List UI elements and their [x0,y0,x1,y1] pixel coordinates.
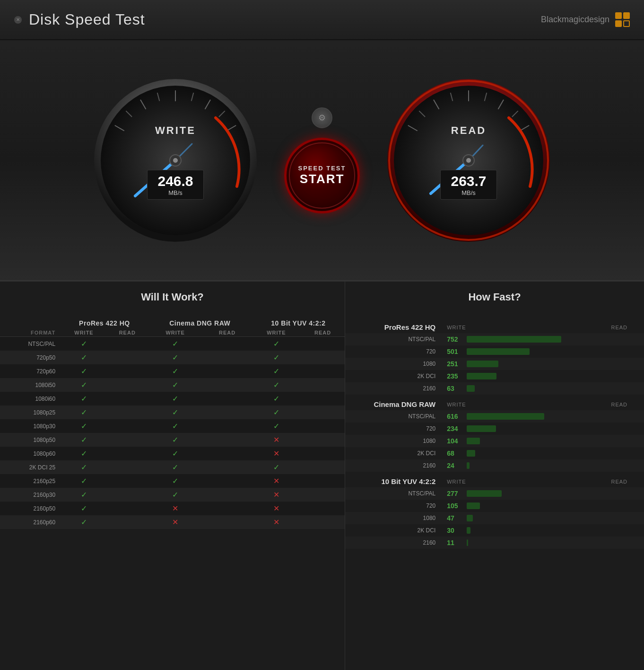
read-value [606,435,644,447]
list-item: 2K DCI 30 [345,524,644,537]
status-cell [107,515,148,529]
check-icon: ✓ [172,436,178,444]
status-cell: ✓ [148,406,203,419]
close-button[interactable]: ✕ [14,16,22,24]
speed-value: 68 [442,447,606,459]
status-cell [301,460,345,474]
check-icon: ✓ [273,340,279,348]
status-cell: ✓ [252,351,301,364]
read-value [606,487,644,500]
write-col-header: WRITE [442,472,606,487]
speed-bar [467,462,470,469]
will-it-work-table: ProRes 422 HQ Cinema DNG RAW 10 Bit YUV … [0,317,345,529]
format-subheader: FORMAT [0,329,61,337]
group-title: 10 Bit YUV 4:2:2 [345,472,442,487]
format-label: 720p60 [0,364,61,378]
check-icon: ✓ [172,340,178,348]
list-item: 2K DCI 68 [345,447,644,459]
status-cell [107,447,148,460]
status-cell [301,474,345,488]
status-cell [203,364,252,378]
speed-value: 501 [442,345,606,358]
status-cell [107,474,148,488]
table-row: 2160p60✓✕✕ [0,515,345,529]
write-value: 104 [447,437,465,445]
read-value [606,358,644,370]
status-cell [301,392,345,406]
list-item: NTSC/PAL 277 [345,487,644,500]
status-cell [107,378,148,392]
how-fast-table: ProRes 422 HQWRITEREADNTSC/PAL 752 720 5… [345,317,644,549]
status-cell [301,406,345,419]
status-cell: ✓ [61,474,107,488]
speed-label: 2K DCI [345,370,442,382]
status-cell [203,474,252,488]
start-button[interactable]: SPEED TEST START [284,138,360,213]
check-icon: ✓ [273,353,279,361]
check-icon: ✓ [81,367,87,375]
read-value [606,459,644,472]
check-icon: ✓ [273,367,279,375]
read-gauge-svg [383,75,554,246]
speed-value: 277 [442,487,606,500]
status-cell [107,406,148,419]
write-value: 251 [447,360,465,368]
data-section: Will It Work? ProRes 422 HQ Cinema DNG R… [0,282,644,670]
status-cell [203,460,252,474]
status-cell: ✓ [61,502,107,515]
status-cell [203,406,252,419]
how-fast-title: How Fast? [345,291,644,309]
speed-bar [467,425,496,432]
start-line1: SPEED TEST [298,165,346,172]
check-icon: ✓ [81,504,87,512]
speed-value: 47 [442,512,606,524]
check-icon: ✓ [81,408,87,416]
status-cell: ✓ [61,406,107,419]
yuv-write-header: WRITE [252,329,301,337]
status-cell [203,392,252,406]
status-cell: ✕ [252,515,301,529]
bar-container: 30 [447,527,601,534]
read-gauge-unit: MB/s [449,189,488,196]
status-cell: ✕ [252,502,301,515]
write-value: 63 [447,385,465,392]
cross-icon: ✕ [273,518,279,526]
speed-value: 63 [442,382,606,395]
bar-container: 616 [447,413,601,420]
will-it-work-title: Will It Work? [0,291,345,309]
yuv-group-header: 10 Bit YUV 4:2:2 [252,317,345,329]
write-gauge-value-box: 246.8 MB/s [147,170,204,200]
status-cell [301,488,345,502]
speed-label: 720 [345,423,442,435]
cross-icon: ✕ [273,450,279,458]
app-title: Disk Speed Test [29,11,145,28]
check-icon: ✓ [81,340,87,348]
read-value [606,500,644,512]
read-value [606,345,644,358]
status-cell: ✓ [252,337,301,351]
format-label: 720p50 [0,351,61,364]
status-cell [301,351,345,364]
settings-button[interactable]: ⚙ [312,107,332,128]
table-row: 720p50✓✓✓ [0,351,345,364]
status-cell: ✓ [148,351,203,364]
cdng-write-header: WRITE [148,329,203,337]
speed-label: 2160 [345,459,442,472]
check-icon: ✓ [172,395,178,403]
speed-label: 1080 [345,512,442,524]
speed-bar [467,348,530,355]
table-row: 1080p25✓✓✓ [0,406,345,419]
check-icon: ✓ [172,353,178,361]
list-item: 2160 63 [345,382,644,395]
read-value [606,537,644,549]
status-cell [301,433,345,447]
status-cell [203,419,252,433]
bar-container: 251 [447,360,601,368]
check-icon: ✓ [81,463,87,471]
bar-container: 277 [447,490,601,497]
bar-container: 501 [447,348,601,355]
speed-bar [467,515,473,521]
status-cell [203,447,252,460]
speed-label: NTSC/PAL [345,333,442,345]
how-fast-section: How Fast? ProRes 422 HQWRITEREADNTSC/PAL… [345,282,644,670]
